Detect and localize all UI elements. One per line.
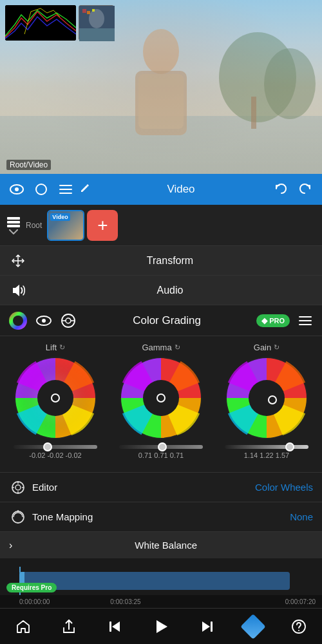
bottom-toolbar xyxy=(0,608,322,644)
svg-point-46 xyxy=(249,380,285,416)
svg-point-32 xyxy=(66,318,71,323)
gain-slider-thumb[interactable] xyxy=(285,442,294,451)
help-button[interactable] xyxy=(285,612,313,641)
svg-point-17 xyxy=(36,184,46,194)
gamma-refresh-icon[interactable]: ↻ xyxy=(175,343,180,352)
eye-icon[interactable] xyxy=(6,179,27,200)
lift-refresh-icon[interactable]: ↻ xyxy=(59,343,65,352)
audio-icon xyxy=(9,281,27,299)
svg-marker-60 xyxy=(202,621,210,632)
editor-row[interactable]: Editor Color Wheels xyxy=(0,472,322,502)
svg-rect-10 xyxy=(79,28,115,41)
gamma-label: Gamma xyxy=(142,343,171,352)
diamond-pro-icon: ◆ xyxy=(261,316,267,325)
svg-marker-58 xyxy=(156,620,167,633)
gain-color-wheel[interactable] xyxy=(225,356,308,440)
svg-rect-7 xyxy=(138,74,184,129)
diamond-shape xyxy=(240,614,266,639)
svg-rect-22 xyxy=(7,221,20,223)
gain-brightness-slider[interactable] xyxy=(225,445,308,449)
pro-badge: ◆ PRO xyxy=(256,314,290,327)
wb-label: White Balance xyxy=(19,540,313,551)
gamma-header: Gamma ↻ xyxy=(142,343,180,352)
eye-cg-icon[interactable] xyxy=(35,312,53,330)
svg-point-47 xyxy=(269,396,276,404)
undo-icon[interactable] xyxy=(270,179,291,200)
time-end: 0:00:07:20 xyxy=(285,598,316,605)
lift-brightness-slider[interactable] xyxy=(14,445,97,449)
lift-label: Lift xyxy=(46,343,57,352)
transform-row[interactable]: Transform xyxy=(0,246,322,276)
step-forward-button[interactable] xyxy=(193,612,221,641)
redo-icon[interactable] xyxy=(295,179,316,200)
gamma-wheel[interactable]: Gamma ↻ xyxy=(111,343,211,459)
audio-label: Audio xyxy=(27,285,313,296)
cg-menu-icon[interactable] xyxy=(296,312,314,330)
video-clip[interactable]: Video xyxy=(47,210,84,241)
editor-label: Editor xyxy=(32,482,255,493)
chevron-down-icon xyxy=(9,229,18,234)
pencil-icon xyxy=(80,183,90,196)
gain-label: Gain xyxy=(254,343,271,352)
svg-point-16 xyxy=(15,187,19,191)
svg-marker-57 xyxy=(112,621,120,632)
color-circle-icon[interactable] xyxy=(8,310,28,331)
share-button[interactable] xyxy=(55,612,83,641)
add-clip-button[interactable]: + xyxy=(87,210,118,241)
audio-row[interactable]: Audio xyxy=(0,276,322,305)
svg-point-3 xyxy=(264,48,316,119)
home-button[interactable] xyxy=(9,612,37,641)
svg-rect-14 xyxy=(92,9,95,12)
color-wheels-container: Lift ↻ xyxy=(0,336,322,472)
top-toolbar: Video xyxy=(0,174,322,205)
lift-wheel[interactable]: Lift ↻ xyxy=(6,343,106,459)
timeline-track[interactable]: Requires Pro xyxy=(0,567,322,595)
timeline-ruler: 0:00:00:00 0:00:03:25 0:00:07:20 xyxy=(0,595,322,608)
step-back-button[interactable] xyxy=(101,612,129,641)
lift-color-wheel[interactable] xyxy=(14,356,97,440)
time-start: 0:00:00:00 xyxy=(19,598,50,605)
video-histogram-area xyxy=(5,5,114,41)
tone-mapping-row[interactable]: Tone Mapping None xyxy=(0,502,322,531)
svg-point-5 xyxy=(143,29,179,74)
svg-point-30 xyxy=(42,319,46,323)
video-thumbnail-small xyxy=(79,5,114,41)
lift-slider-thumb[interactable] xyxy=(43,442,52,451)
root-label: Root xyxy=(26,221,42,230)
gain-header: Gain ↻ xyxy=(254,343,279,352)
root-video-label: Root/Video xyxy=(6,160,51,170)
gamma-brightness-slider[interactable] xyxy=(119,445,203,449)
gamma-slider-thumb[interactable] xyxy=(158,442,167,451)
diamond-button[interactable] xyxy=(239,612,267,641)
svg-point-62 xyxy=(298,630,299,631)
tone-value: None xyxy=(290,511,313,522)
lift-values: -0.02 -0.02 -0.02 xyxy=(29,451,81,459)
track-list-group[interactable] xyxy=(6,216,21,234)
gain-refresh-icon[interactable]: ↻ xyxy=(274,343,279,352)
transform-icon xyxy=(9,252,27,270)
svg-rect-56 xyxy=(109,621,111,632)
menu-icon[interactable] xyxy=(55,179,76,200)
svg-point-44 xyxy=(157,394,165,402)
gamma-color-wheel[interactable] xyxy=(119,356,203,440)
requires-pro-badge: Requires Pro xyxy=(6,583,57,592)
gamma-values: 0.71 0.71 0.71 xyxy=(138,451,184,459)
track-clips: Video + xyxy=(47,210,316,241)
svg-rect-12 xyxy=(82,9,86,13)
histogram-waveform xyxy=(5,5,76,41)
svg-point-41 xyxy=(52,394,59,402)
lift-header: Lift ↻ xyxy=(46,343,65,352)
gain-wheel[interactable]: Gain ↻ xyxy=(217,343,317,459)
svg-point-28 xyxy=(13,316,23,326)
editor-value: Color Wheels xyxy=(255,482,313,493)
timeline-video-bar[interactable] xyxy=(19,572,290,590)
play-button[interactable] xyxy=(147,612,175,641)
time-mid: 0:00:03:25 xyxy=(110,598,140,605)
white-balance-row[interactable]: › White Balance xyxy=(0,531,322,558)
svg-rect-21 xyxy=(7,217,20,220)
svg-marker-26 xyxy=(13,285,19,296)
circle-icon[interactable] xyxy=(31,179,52,200)
scope-icon[interactable] xyxy=(59,312,77,330)
tone-icon xyxy=(9,508,27,526)
transform-label: Transform xyxy=(27,255,313,267)
